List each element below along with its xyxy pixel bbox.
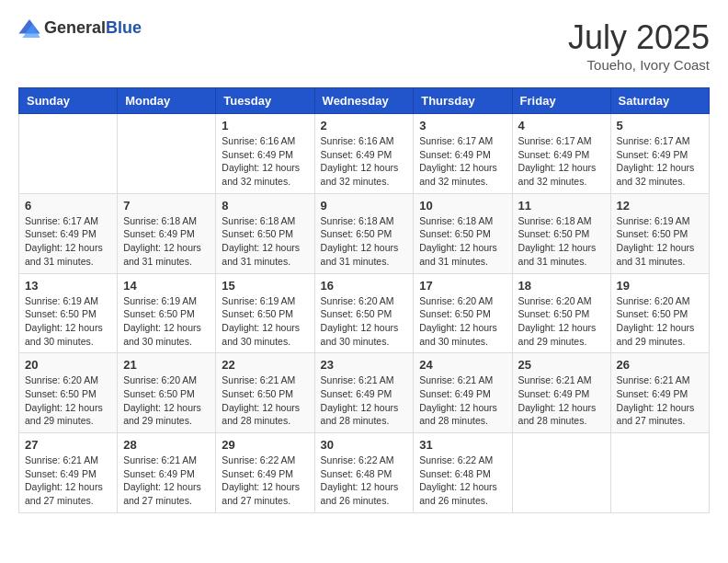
month-title: July 2025 — [568, 18, 710, 57]
day-number: 19 — [617, 279, 703, 293]
day-info: Sunrise: 6:18 AMSunset: 6:50 PMDaylight:… — [222, 214, 308, 269]
day-info: Sunrise: 6:20 AMSunset: 6:50 PMDaylight:… — [123, 373, 210, 428]
day-info: Sunrise: 6:19 AMSunset: 6:50 PMDaylight:… — [617, 214, 703, 269]
calendar-cell: 13Sunrise: 6:19 AMSunset: 6:50 PMDayligh… — [19, 273, 118, 353]
calendar-cell: 17Sunrise: 6:20 AMSunset: 6:50 PMDayligh… — [414, 273, 512, 353]
day-number: 10 — [419, 199, 506, 213]
day-info: Sunrise: 6:17 AMSunset: 6:49 PMDaylight:… — [419, 134, 506, 189]
day-number: 26 — [617, 358, 703, 372]
calendar-cell: 5Sunrise: 6:17 AMSunset: 6:49 PMDaylight… — [610, 114, 709, 194]
calendar-week-row: 27Sunrise: 6:21 AMSunset: 6:49 PMDayligh… — [19, 433, 710, 513]
day-number: 11 — [518, 199, 605, 213]
calendar-week-row: 20Sunrise: 6:20 AMSunset: 6:50 PMDayligh… — [19, 353, 710, 433]
day-number: 31 — [419, 438, 506, 452]
calendar-cell: 2Sunrise: 6:16 AMSunset: 6:49 PMDaylight… — [314, 114, 414, 194]
day-info: Sunrise: 6:16 AMSunset: 6:49 PMDaylight:… — [321, 134, 408, 189]
day-number: 2 — [321, 119, 408, 132]
calendar-cell: 19Sunrise: 6:20 AMSunset: 6:50 PMDayligh… — [610, 273, 709, 353]
calendar-cell: 31Sunrise: 6:22 AMSunset: 6:48 PMDayligh… — [414, 433, 512, 513]
day-number: 9 — [321, 199, 408, 213]
calendar-cell: 9Sunrise: 6:18 AMSunset: 6:50 PMDaylight… — [314, 193, 414, 273]
weekday-header-saturday: Saturday — [610, 88, 709, 114]
day-info: Sunrise: 6:20 AMSunset: 6:50 PMDaylight:… — [518, 294, 605, 349]
calendar-cell: 10Sunrise: 6:18 AMSunset: 6:50 PMDayligh… — [414, 193, 512, 273]
day-number: 20 — [25, 358, 111, 372]
calendar-cell: 7Sunrise: 6:18 AMSunset: 6:49 PMDaylight… — [118, 193, 216, 273]
weekday-header-thursday: Thursday — [414, 88, 512, 114]
day-number: 1 — [222, 119, 308, 132]
calendar-week-row: 6Sunrise: 6:17 AMSunset: 6:49 PMDaylight… — [19, 193, 710, 273]
day-info: Sunrise: 6:17 AMSunset: 6:49 PMDaylight:… — [617, 134, 703, 189]
day-number: 15 — [222, 279, 308, 293]
logo-icon — [18, 19, 40, 38]
day-number: 23 — [321, 358, 408, 372]
day-info: Sunrise: 6:19 AMSunset: 6:50 PMDaylight:… — [123, 294, 210, 349]
day-info: Sunrise: 6:21 AMSunset: 6:49 PMDaylight:… — [419, 373, 506, 428]
day-info: Sunrise: 6:17 AMSunset: 6:49 PMDaylight:… — [25, 214, 111, 269]
day-number: 29 — [222, 438, 308, 452]
day-info: Sunrise: 6:20 AMSunset: 6:50 PMDaylight:… — [321, 294, 408, 349]
day-number: 14 — [123, 279, 210, 293]
day-info: Sunrise: 6:18 AMSunset: 6:50 PMDaylight:… — [321, 214, 408, 269]
day-number: 8 — [222, 199, 308, 213]
calendar-cell — [19, 114, 118, 194]
logo-general-text: General — [44, 18, 106, 37]
day-number: 12 — [617, 199, 703, 213]
calendar-cell: 21Sunrise: 6:20 AMSunset: 6:50 PMDayligh… — [118, 353, 216, 433]
calendar-cell: 23Sunrise: 6:21 AMSunset: 6:49 PMDayligh… — [314, 353, 414, 433]
calendar-cell: 1Sunrise: 6:16 AMSunset: 6:49 PMDaylight… — [216, 114, 314, 194]
calendar-cell: 22Sunrise: 6:21 AMSunset: 6:50 PMDayligh… — [216, 353, 314, 433]
calendar-cell: 14Sunrise: 6:19 AMSunset: 6:50 PMDayligh… — [118, 273, 216, 353]
day-number: 13 — [25, 279, 111, 293]
day-info: Sunrise: 6:18 AMSunset: 6:49 PMDaylight:… — [123, 214, 210, 269]
day-info: Sunrise: 6:16 AMSunset: 6:49 PMDaylight:… — [222, 134, 308, 189]
weekday-header-monday: Monday — [118, 88, 216, 114]
calendar-cell: 11Sunrise: 6:18 AMSunset: 6:50 PMDayligh… — [512, 193, 610, 273]
calendar-cell: 25Sunrise: 6:21 AMSunset: 6:49 PMDayligh… — [512, 353, 610, 433]
calendar-cell: 26Sunrise: 6:21 AMSunset: 6:49 PMDayligh… — [610, 353, 709, 433]
day-info: Sunrise: 6:20 AMSunset: 6:50 PMDaylight:… — [617, 294, 703, 349]
day-info: Sunrise: 6:22 AMSunset: 6:48 PMDaylight:… — [419, 454, 506, 508]
day-number: 25 — [518, 358, 605, 372]
day-number: 24 — [419, 358, 506, 372]
calendar-cell: 6Sunrise: 6:17 AMSunset: 6:49 PMDaylight… — [19, 193, 118, 273]
calendar-cell: 29Sunrise: 6:22 AMSunset: 6:49 PMDayligh… — [216, 433, 314, 513]
day-number: 28 — [123, 438, 210, 452]
weekday-header-tuesday: Tuesday — [216, 88, 314, 114]
day-number: 27 — [25, 438, 111, 452]
day-info: Sunrise: 6:21 AMSunset: 6:50 PMDaylight:… — [222, 373, 308, 428]
title-block: July 2025 Toueho, Ivory Coast — [568, 18, 710, 73]
location-title: Toueho, Ivory Coast — [568, 57, 710, 73]
calendar-cell: 30Sunrise: 6:22 AMSunset: 6:48 PMDayligh… — [314, 433, 414, 513]
calendar-cell: 24Sunrise: 6:21 AMSunset: 6:49 PMDayligh… — [414, 353, 512, 433]
day-number: 5 — [617, 119, 703, 132]
calendar-cell: 15Sunrise: 6:19 AMSunset: 6:50 PMDayligh… — [216, 273, 314, 353]
weekday-header-wednesday: Wednesday — [314, 88, 414, 114]
calendar-cell: 8Sunrise: 6:18 AMSunset: 6:50 PMDaylight… — [216, 193, 314, 273]
day-info: Sunrise: 6:21 AMSunset: 6:49 PMDaylight:… — [518, 373, 605, 428]
calendar-week-row: 1Sunrise: 6:16 AMSunset: 6:49 PMDaylight… — [19, 114, 710, 194]
calendar-cell: 28Sunrise: 6:21 AMSunset: 6:49 PMDayligh… — [118, 433, 216, 513]
day-info: Sunrise: 6:21 AMSunset: 6:49 PMDaylight:… — [617, 373, 703, 428]
logo: GeneralBlue — [18, 18, 142, 38]
calendar-cell: 18Sunrise: 6:20 AMSunset: 6:50 PMDayligh… — [512, 273, 610, 353]
calendar-cell: 27Sunrise: 6:21 AMSunset: 6:49 PMDayligh… — [19, 433, 118, 513]
day-number: 21 — [123, 358, 210, 372]
calendar-cell: 20Sunrise: 6:20 AMSunset: 6:50 PMDayligh… — [19, 353, 118, 433]
day-info: Sunrise: 6:21 AMSunset: 6:49 PMDaylight:… — [123, 454, 210, 508]
day-info: Sunrise: 6:22 AMSunset: 6:48 PMDaylight:… — [321, 454, 408, 508]
calendar-cell — [512, 433, 610, 513]
day-info: Sunrise: 6:18 AMSunset: 6:50 PMDaylight:… — [419, 214, 506, 269]
calendar-cell: 16Sunrise: 6:20 AMSunset: 6:50 PMDayligh… — [314, 273, 414, 353]
day-info: Sunrise: 6:17 AMSunset: 6:49 PMDaylight:… — [518, 134, 605, 189]
day-number: 16 — [321, 279, 408, 293]
day-number: 6 — [25, 199, 111, 213]
page-header: GeneralBlue July 2025 Toueho, Ivory Coas… — [18, 18, 710, 73]
day-number: 3 — [419, 119, 506, 132]
calendar-cell: 12Sunrise: 6:19 AMSunset: 6:50 PMDayligh… — [610, 193, 709, 273]
day-info: Sunrise: 6:21 AMSunset: 6:49 PMDaylight:… — [25, 454, 111, 508]
day-info: Sunrise: 6:18 AMSunset: 6:50 PMDaylight:… — [518, 214, 605, 269]
day-info: Sunrise: 6:22 AMSunset: 6:49 PMDaylight:… — [222, 454, 308, 508]
calendar-cell: 4Sunrise: 6:17 AMSunset: 6:49 PMDaylight… — [512, 114, 610, 194]
day-info: Sunrise: 6:19 AMSunset: 6:50 PMDaylight:… — [25, 294, 111, 349]
